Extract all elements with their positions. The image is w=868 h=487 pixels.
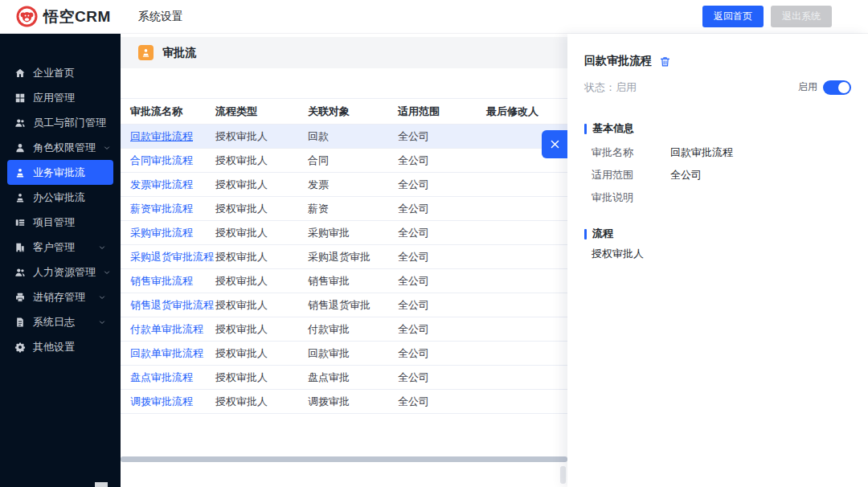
field-scope: 适用范围 全公司 [592,170,851,181]
sidebar-item-label: 企业首页 [33,66,75,80]
table-cell: 全公司 [398,129,486,144]
sidebar-item-企业首页[interactable]: 企业首页 [7,60,113,85]
detail-title: 回款审批流程 [584,54,652,68]
sidebar-item-label: 进销存管理 [33,290,85,305]
table-cell: 回款 [308,129,398,144]
basic-info-section-title: 基本信息 [584,121,851,136]
flow-section-title: 流程 [584,227,851,241]
sidebar-collapse-handle[interactable] [95,482,108,487]
cell-name: 盘点审批流程 [130,370,215,385]
table-cell: 回款审批 [308,346,398,361]
table-cell: 全公司 [398,370,486,385]
vertical-scrollbar-thumb[interactable] [560,466,566,484]
column-header-scope: 适用范围 [398,104,486,119]
top-header: 悟空CRM 系统设置 返回首页 退出系统 [0,0,868,34]
flow-name-link[interactable]: 采购审批流程 [130,227,193,239]
chevron-down-icon [103,144,111,152]
sidebar-item-客户管理[interactable]: 客户管理 [7,235,113,260]
sidebar-item-员工与部门管理[interactable]: 员工与部门管理 [7,110,113,135]
cell-name: 薪资审批流程 [130,202,215,216]
close-panel-button[interactable] [542,130,567,158]
column-header-name: 审批流名称 [130,104,215,119]
table-cell: 薪资 [308,202,398,216]
flow-name-link[interactable]: 调拨审批流程 [130,395,193,407]
chevron-down-icon [98,293,106,301]
page-title: 审批流 [162,46,196,60]
flow-name-link[interactable]: 发票审批流程 [130,178,193,190]
cell-name: 付款单审批流程 [130,322,215,337]
field-value: 全公司 [670,170,702,181]
cell-name: 发票审批流程 [130,178,215,192]
users-icon [14,117,26,129]
sidebar-item-进销存管理[interactable]: 进销存管理 [7,284,113,309]
toggle-label: 启用 [798,80,817,94]
flow-name-link[interactable]: 回款单审批流程 [130,347,203,359]
flow-name-link[interactable]: 采购退货审批流程 [130,251,214,263]
table-cell: 授权审批人 [215,322,308,337]
cell-name: 销售审批流程 [130,274,215,289]
approval-flow-icon [138,45,154,60]
sidebar-item-label: 系统日志 [33,315,75,329]
sidebar-item-业务审批流[interactable]: 业务审批流 [7,160,113,185]
field-label: 适用范围 [592,170,670,181]
flow-name-link[interactable]: 销售退货审批流程 [130,299,214,311]
table-cell: 授权审批人 [215,178,308,192]
flow-name-link[interactable]: 薪资审批流程 [130,203,193,215]
table-cell: 授权审批人 [215,226,308,240]
table-cell: 全公司 [398,346,486,361]
table-cell: 全公司 [398,153,486,168]
field-value: 回款审批流程 [670,147,733,158]
flow-name-link[interactable]: 销售审批流程 [130,275,193,287]
enable-toggle-group: 启用 [798,80,851,95]
table-cell: 授权审批人 [215,298,308,313]
sidebar-item-label: 应用管理 [33,91,75,105]
sidebar-item-label: 员工与部门管理 [33,116,106,130]
flow-name-link[interactable]: 回款审批流程 [130,130,193,142]
delete-icon[interactable] [659,55,671,68]
gear-icon [14,342,26,353]
table-cell: 合同 [308,153,398,168]
enable-toggle[interactable] [823,80,851,95]
sidebar-item-label: 业务审批流 [33,166,85,180]
chevron-down-icon [98,318,106,326]
detail-panel: 回款审批流程 状态：启用 启用 基本信息 审批名称 回款审批流程 适用范围 全公… [567,34,868,487]
grid-icon [14,92,26,104]
chevron-down-icon [103,268,111,276]
app-logo[interactable]: 悟空CRM [16,6,111,27]
field-description: 审批说明 [592,192,851,203]
table-cell: 销售退货审批 [308,298,398,313]
sidebar-item-label: 项目管理 [33,215,75,230]
sidebar-item-办公审批流[interactable]: 办公审批流 [7,185,113,210]
table-cell: 发票 [308,178,398,192]
sidebar-item-系统日志[interactable]: 系统日志 [7,309,113,334]
flow-name-link[interactable]: 合同审批流程 [130,154,193,166]
table-cell: 授权审批人 [215,370,308,385]
sidebar-item-项目管理[interactable]: 项目管理 [7,210,113,235]
cell-name: 调拨审批流程 [130,395,215,409]
table-cell: 盘点审批 [308,370,398,385]
table-cell: 授权审批人 [215,274,308,289]
table-cell: 付款审批 [308,322,398,337]
sidebar-item-其他设置[interactable]: 其他设置 [7,334,113,359]
back-home-button[interactable]: 返回首页 [702,6,764,27]
logout-button[interactable]: 退出系统 [771,6,832,27]
sidebar-item-角色权限管理[interactable]: 角色权限管理 [7,135,113,160]
table-cell: 采购审批 [308,226,398,240]
home-icon [14,68,26,79]
cell-name: 合同审批流程 [130,153,215,168]
table-cell: 授权审批人 [215,250,308,264]
app-window: 悟空CRM 系统设置 返回首页 退出系统 企业首页应用管理员工与部门管理角色权限… [0,0,868,487]
user-icon [14,142,26,153]
table-cell: 授权审批人 [215,346,308,361]
detail-title-row: 回款审批流程 [584,54,851,68]
field-label: 审批说明 [592,192,670,203]
field-label: 审批名称 [592,147,670,158]
horizontal-scrollbar[interactable] [121,456,567,462]
sidebar-item-人力资源管理[interactable]: 人力资源管理 [7,260,113,284]
table-cell: 授权审批人 [215,395,308,409]
table-cell: 全公司 [398,202,486,216]
flow-name-link[interactable]: 盘点审批流程 [130,371,193,383]
flow-name-link[interactable]: 付款单审批流程 [130,323,203,335]
cell-name: 回款单审批流程 [130,346,215,361]
sidebar-item-应用管理[interactable]: 应用管理 [7,85,113,110]
